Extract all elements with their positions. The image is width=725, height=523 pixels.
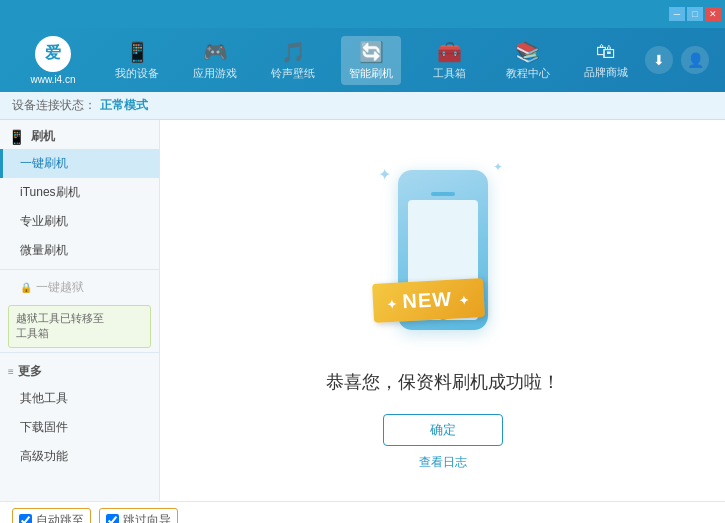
header: 爱 www.i4.cn 📱 我的设备 🎮 应用游戏 🎵 铃声壁纸 🔄 智能刷机 … (0, 28, 725, 92)
new-badge-text: NEW (401, 288, 452, 313)
skip-wizard-checkbox[interactable]: 跳过向导 (99, 508, 178, 523)
sidebar-item-other-tools[interactable]: 其他工具 (0, 384, 159, 413)
logo-text: www.i4.cn (30, 74, 75, 85)
success-message: 恭喜您，保资料刷机成功啦！ (326, 370, 560, 394)
other-tools-label: 其他工具 (20, 391, 68, 405)
advanced-label: 高级功能 (20, 449, 68, 463)
status-value: 正常模式 (100, 97, 148, 114)
sidebar-item-micro-flash[interactable]: 微量刷机 (0, 236, 159, 265)
flash-section-label: 刷机 (31, 128, 55, 145)
lock-icon: 🔒 (20, 282, 32, 293)
nav-tutorials[interactable]: 📚 教程中心 (498, 36, 558, 85)
brand-store-icon: 🛍 (596, 40, 616, 63)
nav-my-device-label: 我的设备 (115, 66, 159, 81)
more-section-label: 更多 (18, 363, 42, 380)
nav-toolbox-label: 工具箱 (433, 66, 466, 81)
pro-flash-label: 专业刷机 (20, 214, 68, 228)
app-games-icon: 🎮 (203, 40, 228, 64)
sparkle-1: ✦ (378, 165, 391, 184)
download-firmware-label: 下载固件 (20, 420, 68, 434)
jailbreak-notice-text: 越狱工具已转移至工具箱 (16, 312, 104, 339)
user-button[interactable]: 👤 (681, 46, 709, 74)
download-button[interactable]: ⬇ (645, 46, 673, 74)
nav-ringtones-label: 铃声壁纸 (271, 66, 315, 81)
title-bar: ─ □ ✕ (0, 0, 725, 28)
nav-my-device[interactable]: 📱 我的设备 (107, 36, 167, 85)
sidebar-item-advanced[interactable]: 高级功能 (0, 442, 159, 471)
bottom-device-bar: 自动跳至 跳过向导 📱 iPhone 12 mini 64GB Down-12m… (0, 501, 725, 523)
nav-smart-flash[interactable]: 🔄 智能刷机 (341, 36, 401, 85)
nav-app-games[interactable]: 🎮 应用游戏 (185, 36, 245, 85)
confirm-button[interactable]: 确定 (383, 414, 503, 446)
nav-brand-store-label: 品牌商城 (584, 65, 628, 80)
more-icon: ≡ (8, 366, 14, 377)
micro-flash-label: 微量刷机 (20, 243, 68, 257)
new-badge: NEW (372, 278, 484, 323)
sidebar-section-more: ≡ 更多 (0, 357, 159, 384)
main-layout: 📱 刷机 一键刷机 iTunes刷机 专业刷机 微量刷机 🔒 一键越狱 越狱工具… (0, 120, 725, 501)
tutorials-icon: 📚 (515, 40, 540, 64)
nav-toolbox[interactable]: 🧰 工具箱 (420, 36, 480, 85)
sidebar-divider-1 (0, 269, 159, 270)
close-button[interactable]: ✕ (705, 7, 721, 21)
sidebar-section-flash: 📱 刷机 (0, 120, 159, 149)
nav-brand-store[interactable]: 🛍 品牌商城 (576, 36, 636, 84)
smart-flash-icon: 🔄 (359, 40, 384, 64)
status-bar: 设备连接状态： 正常模式 (0, 92, 725, 120)
skip-wizard-input[interactable] (106, 514, 119, 523)
checkboxes-row: 自动跳至 跳过向导 (12, 508, 178, 523)
ringtones-icon: 🎵 (281, 40, 306, 64)
view-log-link[interactable]: 查看日志 (419, 454, 467, 471)
jailbreak-notice: 越狱工具已转移至工具箱 (8, 305, 151, 348)
skip-wizard-label: 跳过向导 (123, 512, 171, 523)
one-click-flash-label: 一键刷机 (20, 156, 68, 170)
sparkle-2: ✦ (493, 160, 503, 174)
phone-illustration: ✦ ✦ ✦ NEW (363, 150, 523, 350)
sidebar-item-one-click-flash[interactable]: 一键刷机 (0, 149, 159, 178)
sidebar-item-pro-flash[interactable]: 专业刷机 (0, 207, 159, 236)
sidebar: 📱 刷机 一键刷机 iTunes刷机 专业刷机 微量刷机 🔒 一键越狱 越狱工具… (0, 120, 160, 501)
nav-app-games-label: 应用游戏 (193, 66, 237, 81)
sidebar-divider-2 (0, 352, 159, 353)
my-device-icon: 📱 (125, 40, 150, 64)
itunes-flash-label: iTunes刷机 (20, 185, 80, 199)
phone-speaker (431, 192, 455, 196)
flash-section-icon: 📱 (8, 129, 25, 145)
nav-ringtones[interactable]: 🎵 铃声壁纸 (263, 36, 323, 85)
auto-jump-label: 自动跳至 (36, 512, 84, 523)
main-content: ✦ ✦ ✦ NEW 恭喜您，保资料刷机成功啦！ 确定 查看日志 (160, 120, 725, 501)
header-right-controls: ⬇ 👤 (645, 46, 717, 74)
auto-jump-checkbox[interactable]: 自动跳至 (12, 508, 91, 523)
maximize-button[interactable]: □ (687, 7, 703, 21)
nav-smart-flash-label: 智能刷机 (349, 66, 393, 81)
logo-area[interactable]: 爱 www.i4.cn (8, 36, 98, 85)
nav-bar: 📱 我的设备 🎮 应用游戏 🎵 铃声壁纸 🔄 智能刷机 🧰 工具箱 📚 教程中心… (98, 36, 645, 85)
toolbox-icon: 🧰 (437, 40, 462, 64)
sidebar-disabled-jailbreak: 🔒 一键越狱 (0, 274, 159, 301)
sidebar-item-download-firmware[interactable]: 下载固件 (0, 413, 159, 442)
status-label: 设备连接状态： (12, 97, 96, 114)
bottom-left-panel: 自动跳至 跳过向导 📱 iPhone 12 mini 64GB Down-12m… (12, 508, 178, 523)
logo-icon: 爱 (35, 36, 71, 72)
jailbreak-disabled-label: 一键越狱 (36, 279, 84, 296)
sidebar-item-itunes-flash[interactable]: iTunes刷机 (0, 178, 159, 207)
nav-tutorials-label: 教程中心 (506, 66, 550, 81)
minimize-button[interactable]: ─ (669, 7, 685, 21)
auto-jump-input[interactable] (19, 514, 32, 523)
window-controls: ─ □ ✕ (669, 7, 721, 21)
